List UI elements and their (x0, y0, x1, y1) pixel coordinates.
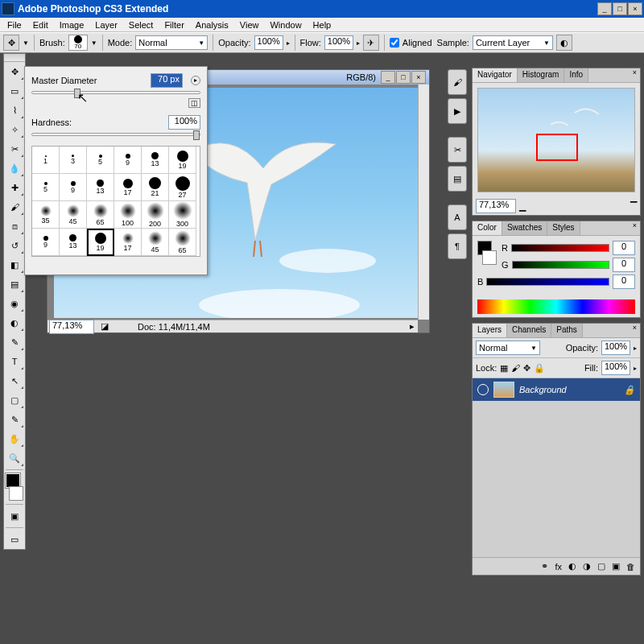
layer-thumbnail[interactable] (493, 382, 514, 398)
character-palette-icon[interactable]: A (448, 204, 467, 230)
brush-preset-65[interactable]: 65 (169, 229, 196, 256)
tab-channels[interactable]: Channels (507, 324, 551, 337)
menu-window[interactable]: Window (264, 19, 307, 31)
tool-move[interactable]: ✥ (4, 62, 25, 81)
brush-preset-19[interactable]: 19 (87, 229, 114, 256)
delete-layer-icon[interactable]: 🗑 (626, 562, 635, 572)
close-button[interactable]: × (628, 2, 642, 15)
adjustment-layer-icon[interactable]: ◑ (583, 561, 591, 572)
layer-fill-field[interactable]: 100% (601, 361, 630, 375)
tool-quick-select[interactable]: ✧ (4, 120, 25, 139)
lock-position-icon[interactable]: ✥ (523, 363, 530, 374)
color-slider-g[interactable] (512, 261, 609, 269)
menu-analysis[interactable]: Analysis (190, 19, 234, 31)
tool-gradient[interactable]: ▤ (4, 275, 25, 294)
zoom-in-icon[interactable]: ▔ (630, 201, 637, 212)
tool-type[interactable]: T (4, 352, 25, 371)
airbrush-toggle[interactable]: ✈ (363, 35, 379, 51)
brush-preset-300[interactable]: 300 (169, 201, 196, 229)
layer-style-icon[interactable]: fx (555, 562, 562, 572)
tool-shape[interactable]: ▢ (4, 390, 25, 410)
maximize-button[interactable]: □ (613, 2, 627, 15)
panel-menu-icon[interactable]: × (630, 68, 640, 82)
menu-image[interactable]: Image (54, 19, 90, 31)
layer-blend-select[interactable]: Normal▼ (476, 341, 540, 355)
lock-transparency-icon[interactable]: ▦ (500, 363, 508, 374)
tool-history-brush[interactable]: ↺ (4, 236, 25, 255)
brush-preset-65[interactable]: 65 (87, 201, 114, 229)
menu-file[interactable]: File (2, 19, 27, 31)
tool-marquee[interactable]: ▭ (4, 81, 25, 101)
brush-preset-9[interactable]: 9 (32, 229, 60, 256)
tool-stamp[interactable]: ⧈ (4, 217, 25, 236)
color-swatches[interactable] (6, 473, 23, 501)
new-brush-icon[interactable]: ◫ (188, 98, 200, 108)
aligned-checkbox[interactable] (390, 38, 399, 47)
master-diameter-field[interactable]: 70 px (151, 73, 183, 88)
tool-blur[interactable]: ◉ (4, 294, 25, 313)
clone-source-palette-icon[interactable]: ▶ (448, 98, 467, 124)
ignore-adjustment-toggle[interactable]: ◐ (556, 35, 572, 51)
tab-navigator[interactable]: Navigator (473, 68, 518, 82)
brush-preset-1[interactable]: 1 (32, 147, 60, 174)
master-diameter-slider[interactable] (31, 91, 200, 94)
screenmode-toggle[interactable]: ▭ (4, 530, 25, 549)
tool-notes[interactable]: ✎ (4, 410, 25, 429)
layer-mask-icon[interactable]: ◐ (568, 561, 576, 572)
brush-flyout-button[interactable]: ▸ (191, 76, 200, 85)
tab-swatches[interactable]: Swatches (502, 221, 547, 235)
color-bg-swatch[interactable] (482, 250, 497, 265)
layer-opacity-field[interactable]: 100% (601, 341, 630, 355)
tool-crop[interactable]: ✂ (4, 139, 25, 159)
brush-preset-13[interactable]: 13 (87, 174, 114, 201)
tool-lasso[interactable]: ⌇ (4, 101, 25, 120)
nav-zoom-field[interactable]: 77,13% (476, 199, 516, 213)
menu-edit[interactable]: Edit (27, 19, 54, 31)
menu-view[interactable]: View (234, 19, 265, 31)
paragraph-palette-icon[interactable]: ¶ (448, 233, 467, 259)
tool-dodge[interactable]: ◐ (4, 313, 25, 332)
doc-close[interactable]: × (411, 71, 426, 84)
vertical-scrollbar[interactable] (418, 85, 429, 320)
brush-preset-200[interactable]: 200 (142, 201, 169, 229)
doc-maximize[interactable]: □ (396, 71, 411, 84)
brush-preset-100[interactable]: 100 (114, 201, 142, 229)
brush-preset-13[interactable]: 13 (60, 229, 87, 256)
brush-preset-picker[interactable]: 70 (68, 35, 88, 51)
tool-eraser[interactable]: ◧ (4, 255, 25, 275)
minimize-button[interactable]: _ (597, 2, 612, 15)
brush-preset-35[interactable]: 35 (32, 201, 60, 229)
panel-menu-icon[interactable]: × (630, 324, 640, 337)
background-swatch[interactable] (9, 486, 23, 501)
brush-preset-19[interactable]: 19 (169, 147, 196, 174)
opacity-field[interactable]: 100% (254, 35, 283, 50)
zoom-out-icon[interactable]: ▁ (519, 201, 526, 212)
sample-select[interactable]: Current Layer▼ (473, 35, 553, 50)
layer-row[interactable]: Background 🔒 (473, 378, 640, 401)
lock-pixels-icon[interactable]: 🖌 (511, 363, 520, 373)
tab-histogram[interactable]: Histogram (518, 68, 565, 82)
tool-path-select[interactable]: ↖ (4, 371, 25, 390)
brush-preset-9[interactable]: 9 (60, 174, 87, 201)
tab-color[interactable]: Color (473, 221, 502, 235)
link-layers-icon[interactable]: ⚭ (541, 561, 548, 572)
lock-all-icon[interactable]: 🔒 (534, 363, 545, 374)
brush-preset-45[interactable]: 45 (60, 201, 87, 229)
flow-field[interactable]: 100% (324, 35, 353, 50)
brush-preset-9[interactable]: 9 (114, 147, 142, 174)
color-slider-b[interactable] (486, 278, 609, 286)
tab-info[interactable]: Info (564, 68, 588, 82)
menu-layer[interactable]: Layer (89, 19, 123, 31)
tool-pen[interactable]: ✎ (4, 332, 25, 352)
doc-minimize[interactable]: _ (381, 71, 395, 84)
visibility-icon[interactable] (477, 384, 489, 395)
color-value-r[interactable]: 0 (613, 241, 635, 255)
brush-preset-5[interactable]: 5 (32, 174, 60, 201)
brush-preset-5[interactable]: 5 (87, 147, 114, 174)
color-value-b[interactable]: 0 (613, 275, 635, 289)
tool-healing[interactable]: ✚ (4, 178, 25, 197)
color-slider-r[interactable] (511, 244, 609, 252)
color-value-g[interactable]: 0 (613, 258, 635, 272)
menu-help[interactable]: Help (308, 19, 337, 31)
tab-layers[interactable]: Layers (473, 324, 507, 337)
